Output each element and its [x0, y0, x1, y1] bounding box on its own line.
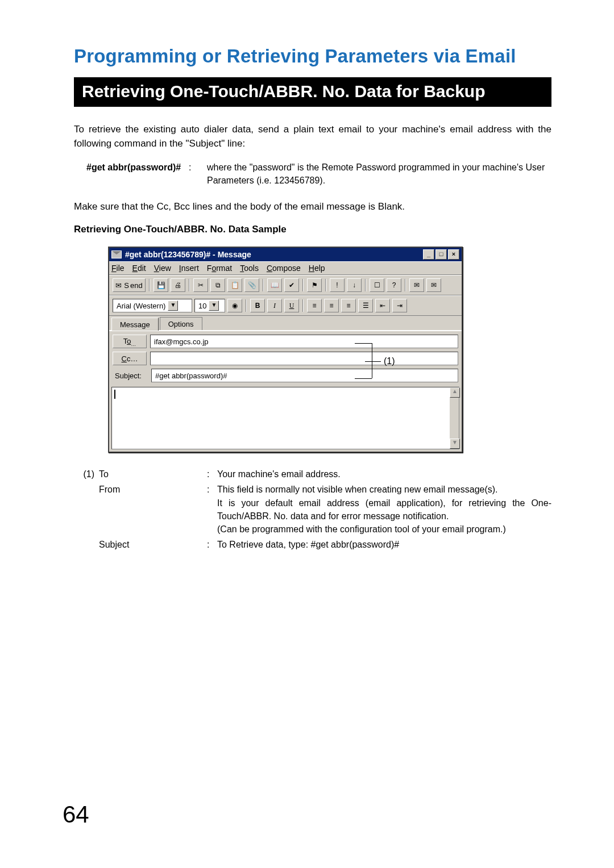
save-icon[interactable]: 💾	[154, 278, 168, 292]
menu-format[interactable]: Format	[207, 264, 232, 273]
cut-icon[interactable]: ✂	[193, 278, 208, 292]
chevron-down-icon[interactable]: ▼	[209, 301, 219, 311]
def-row-subject: Subject : To Retrieve data, type: #get a…	[74, 538, 551, 551]
help-icon[interactable]: ?	[387, 278, 401, 292]
command-desc: where the "password" is the Remote Passw…	[207, 161, 551, 187]
copy-icon[interactable]: ⧉	[210, 278, 225, 292]
cc-button[interactable]: Cc…	[113, 352, 147, 365]
menu-tools[interactable]: Tools	[240, 264, 259, 273]
def-colon: :	[207, 468, 217, 481]
tab-message[interactable]: Message	[111, 318, 159, 331]
options-icon[interactable]: ☐	[370, 278, 384, 292]
check-names-icon[interactable]: ✔	[284, 278, 299, 292]
align-center-icon[interactable]: ≡	[324, 299, 339, 312]
attach-icon[interactable]: 📎	[244, 278, 259, 292]
callout-line	[365, 361, 381, 362]
align-right-icon[interactable]: ≡	[341, 299, 356, 312]
intro-paragraph: To retrieve the existing auto dialer dat…	[74, 123, 551, 151]
menu-help[interactable]: Help	[309, 264, 325, 273]
subject-label: Subject:	[113, 369, 148, 382]
menubar[interactable]: File Edit View Insert Format Tools Compo…	[109, 261, 462, 275]
to-input[interactable]: ifax@mgcs.co.jp	[150, 335, 458, 348]
callout-label: (1)	[384, 356, 395, 366]
def-desc: Your machine's email address.	[217, 468, 551, 481]
def-desc: To Retrieve data, type: #get abbr(passwo…	[217, 538, 551, 551]
address-book-icon[interactable]: 📖	[267, 278, 282, 292]
def-desc: This field is normally not visible when …	[217, 483, 551, 536]
toolbar-format: Arial (Western) ▼ 10 ▼ ◉ B I U ≡ ≡ ≡ ☰ ⇤…	[109, 295, 462, 316]
def-colon: :	[207, 483, 217, 536]
titlebar: #get abbr(123456789)# - Message _ □ ×	[109, 248, 462, 261]
command-label: #get abbr(password)#	[74, 161, 189, 187]
message-body[interactable]: ▲ ▼	[111, 387, 459, 449]
tabs: Message Options	[109, 316, 462, 331]
scroll-up-icon[interactable]: ▲	[450, 387, 460, 398]
menu-edit[interactable]: Edit	[132, 264, 146, 273]
close-button[interactable]: ×	[448, 249, 459, 260]
blank-note: Make sure that the Cc, Bcc lines and the…	[74, 200, 551, 214]
definitions: (1) To : Your machine's email address. F…	[74, 468, 551, 551]
page-title: Programming or Retrieving Parameters via…	[74, 45, 551, 67]
def-num: (1)	[74, 468, 99, 481]
cc-input[interactable]	[150, 352, 458, 365]
command-colon: :	[189, 161, 207, 187]
color-icon[interactable]: ◉	[227, 299, 242, 312]
italic-button[interactable]: I	[267, 299, 282, 312]
mail2-icon[interactable]: ✉	[426, 278, 441, 292]
text-cursor	[114, 390, 115, 399]
page-number: 64	[63, 801, 89, 828]
send-button[interactable]: ✉Send	[113, 278, 146, 292]
sample-heading: Retrieving One-Touch/ABBR. No. Data Samp…	[74, 224, 551, 235]
callout-line	[355, 378, 372, 379]
menu-view[interactable]: View	[154, 264, 171, 273]
def-row-to: (1) To : Your machine's email address.	[74, 468, 551, 481]
def-row-from: From : This field is normally not visibl…	[74, 483, 551, 536]
to-button[interactable]: To…	[113, 335, 147, 348]
envelope-icon	[111, 251, 122, 258]
font-value: Arial (Western)	[117, 302, 165, 310]
header-fields: To… ifax@mgcs.co.jp Cc… Subject: #get ab…	[109, 331, 462, 386]
command-row: #get abbr(password)# : where the "passwo…	[74, 161, 551, 187]
minimize-button[interactable]: _	[423, 249, 434, 260]
callout-line	[372, 343, 372, 378]
align-left-icon[interactable]: ≡	[307, 299, 322, 312]
paste-icon[interactable]: 📋	[227, 278, 242, 292]
importance-high-icon[interactable]: !	[330, 278, 345, 292]
importance-low-icon[interactable]: ↓	[347, 278, 362, 292]
tab-options[interactable]: Options	[160, 317, 202, 330]
scrollbar[interactable]: ▲ ▼	[450, 387, 459, 449]
window-title: #get abbr(123456789)# - Message	[125, 250, 251, 259]
bold-button[interactable]: B	[250, 299, 265, 312]
flag-icon[interactable]: ⚑	[307, 278, 322, 292]
menu-insert[interactable]: Insert	[179, 264, 199, 273]
section-heading: Retrieving One-Touch/ABBR. No. Data for …	[74, 77, 551, 107]
chevron-down-icon[interactable]: ▼	[168, 301, 178, 311]
toolbar-main: ✉Send 💾 🖨 ✂ ⧉ 📋 📎 📖 ✔ ⚑ ! ↓ ☐ ?	[109, 275, 462, 295]
underline-button[interactable]: U	[284, 299, 299, 312]
menu-file[interactable]: File	[111, 264, 125, 273]
def-label: From	[99, 483, 207, 536]
scroll-down-icon[interactable]: ▼	[450, 439, 460, 449]
email-window: #get abbr(123456789)# - Message _ □ × Fi…	[108, 247, 463, 453]
subject-input[interactable]: #get abbr(password)#	[151, 369, 458, 382]
maximize-button[interactable]: □	[435, 249, 447, 260]
def-label: To	[99, 468, 207, 481]
def-colon: :	[207, 538, 217, 551]
mail-icon[interactable]: ✉	[409, 278, 424, 292]
size-combo[interactable]: 10 ▼	[194, 299, 225, 312]
size-value: 10	[198, 302, 206, 310]
def-label: Subject	[99, 538, 207, 551]
outdent-icon[interactable]: ⇤	[375, 299, 390, 312]
print-icon[interactable]: 🖨	[171, 278, 185, 292]
indent-icon[interactable]: ⇥	[392, 299, 407, 312]
callout-line	[355, 343, 372, 344]
bullets-icon[interactable]: ☰	[358, 299, 373, 312]
font-combo[interactable]: Arial (Western) ▼	[113, 299, 192, 312]
menu-compose[interactable]: Compose	[267, 264, 301, 273]
